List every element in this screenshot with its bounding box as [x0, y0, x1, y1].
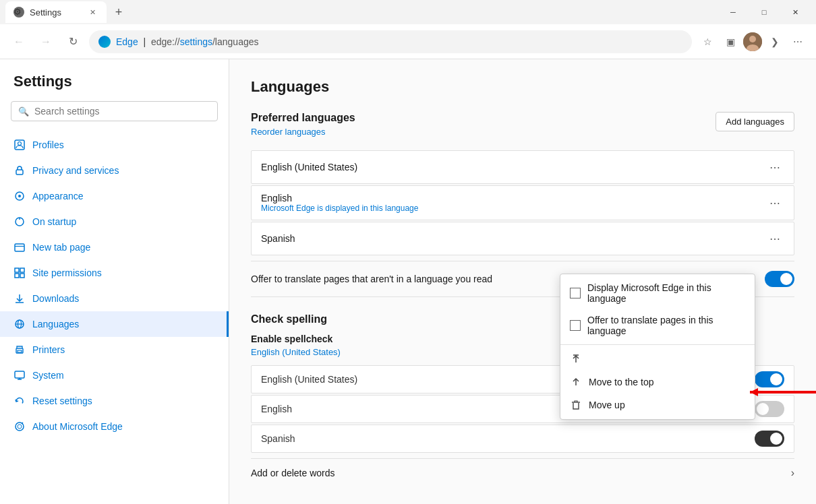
svg-point-26	[18, 424, 22, 429]
add-words-label: Add or delete words	[251, 468, 335, 478]
sidebar-item-printers[interactable]: Printers	[0, 337, 229, 363]
forward-button[interactable]: →	[35, 31, 57, 53]
language-item-en: English Microsoft Edge is displayed in t…	[251, 185, 794, 220]
settings-more-button[interactable]: ⋯	[788, 32, 808, 52]
page-title: Languages	[251, 78, 794, 96]
svg-rect-22	[15, 371, 24, 378]
printers-label: Printers	[32, 344, 65, 355]
printers-icon	[13, 344, 26, 356]
sidebar-item-reset[interactable]: Reset settings	[0, 388, 229, 414]
sidebar-item-profiles[interactable]: Profiles	[0, 132, 229, 158]
language-more-btn-es[interactable]: ⋯	[765, 229, 784, 248]
svg-rect-15	[20, 274, 24, 278]
close-button[interactable]: ✕	[780, 1, 811, 23]
content-area: Languages Preferred languages Reorder la…	[229, 59, 816, 504]
languages-icon	[13, 318, 26, 330]
spell-lang-es: Spanish	[261, 433, 295, 444]
offer-translate-text: Offer to translate pages that aren't in …	[251, 274, 492, 284]
svg-point-25	[16, 422, 24, 431]
svg-rect-5	[16, 170, 23, 175]
browser-essentials-button[interactable]: ❯	[765, 32, 785, 52]
svg-rect-13	[20, 268, 24, 272]
red-arrow-indicator	[743, 383, 816, 404]
ctx-checkbox-translate[interactable]	[570, 320, 581, 331]
startup-icon	[13, 216, 26, 228]
ctx-display-edge[interactable]: Display Microsoft Edge in this language	[560, 277, 755, 309]
spell-lang-en-us: English (United States)	[261, 374, 357, 385]
newtab-label: New tab page	[32, 242, 90, 253]
svg-rect-10	[15, 244, 24, 251]
lang-sub-en: Microsoft Edge is displayed in this lang…	[261, 203, 418, 213]
siteperm-icon	[13, 267, 26, 279]
tab-close-button[interactable]: ✕	[86, 6, 98, 18]
url-highlight: settings	[180, 36, 212, 47]
address-bar-actions: ☆ ▣ ❯ ⋯	[697, 32, 808, 52]
sidebar-item-system[interactable]: System	[0, 363, 229, 388]
preferred-languages-header: Preferred languages Reorder languages Ad…	[251, 112, 794, 145]
ctx-divider	[560, 344, 755, 345]
sidebar: Settings 🔍 Profiles Privacy and services…	[0, 59, 229, 504]
address-text: Edge | edge://settings/languages	[116, 36, 682, 47]
svg-rect-14	[15, 274, 19, 278]
svg-point-1	[749, 36, 756, 42]
ctx-display-label: Display Microsoft Edge in this language	[587, 282, 745, 304]
sidebar-item-about[interactable]: About Microsoft Edge	[0, 414, 229, 439]
sidebar-item-startup[interactable]: On startup	[0, 209, 229, 234]
lang-info-en: English Microsoft Edge is displayed in t…	[261, 193, 418, 213]
language-item-es: Spanish ⋯	[251, 222, 794, 255]
tab-title: Settings	[30, 7, 81, 18]
address-bar-input[interactable]: Edge | edge://settings/languages	[89, 30, 692, 53]
edge-logo-icon	[98, 36, 111, 48]
refresh-button[interactable]: ↻	[62, 31, 84, 53]
add-delete-words-row[interactable]: Add or delete words ›	[251, 458, 794, 487]
lang-name-es: Spanish	[261, 233, 295, 244]
ctx-remove-label: Move up	[589, 400, 625, 410]
svg-point-4	[18, 142, 22, 146]
ctx-offer-translate[interactable]: Offer to translate pages in this languag…	[560, 309, 755, 342]
search-settings-box[interactable]: 🔍	[11, 101, 218, 121]
startup-label: On startup	[32, 216, 76, 227]
preferred-languages-title: Preferred languages	[251, 112, 355, 124]
ctx-move-up[interactable]: Move to the top	[560, 371, 755, 393]
reset-label: Reset settings	[32, 396, 92, 406]
favorites-button[interactable]: ☆	[697, 32, 718, 52]
sidebar-item-languages[interactable]: Languages	[0, 311, 229, 337]
svg-marker-32	[750, 388, 758, 396]
minimize-button[interactable]: ─	[718, 1, 749, 23]
spell-toggle-es[interactable]	[755, 431, 784, 447]
context-menu: Display Microsoft Edge in this language …	[560, 274, 755, 420]
settings-tab[interactable]: ⚙ Settings ✕	[5, 1, 107, 23]
ctx-move-top[interactable]	[560, 348, 755, 371]
window-controls: ─ □ ✕	[718, 1, 811, 23]
profile-avatar[interactable]	[743, 32, 762, 51]
svg-point-7	[18, 195, 21, 197]
sidebar-item-appearance[interactable]: Appearance	[0, 183, 229, 209]
search-settings-input[interactable]	[34, 106, 210, 117]
ctx-checkbox-display[interactable]	[570, 288, 581, 298]
sidebar-item-siteperm[interactable]: Site permissions	[0, 260, 229, 286]
remove-icon	[570, 399, 582, 411]
language-more-btn-en[interactable]: ⋯	[765, 193, 784, 212]
sidebar-item-privacy[interactable]: Privacy and services	[0, 158, 229, 183]
about-label: About Microsoft Edge	[32, 421, 123, 432]
offer-translate-toggle[interactable]	[765, 271, 794, 287]
reorder-languages-subtitle[interactable]: Reorder languages	[251, 127, 355, 137]
main-layout: Settings 🔍 Profiles Privacy and services…	[0, 59, 816, 504]
system-label: System	[32, 370, 64, 381]
svg-rect-12	[15, 268, 19, 272]
back-button[interactable]: ←	[8, 31, 30, 53]
sidebar-item-downloads[interactable]: Downloads	[0, 286, 229, 311]
maximize-button[interactable]: □	[749, 1, 780, 23]
downloads-icon	[13, 292, 26, 305]
preferred-languages-title-group: Preferred languages Reorder languages	[251, 112, 355, 145]
collections-button[interactable]: ▣	[720, 32, 740, 52]
language-item-en-us: English (United States) ⋯	[251, 150, 794, 184]
language-more-btn-en-us[interactable]: ⋯	[765, 158, 784, 177]
sidebar-item-newtab[interactable]: New tab page	[0, 234, 229, 260]
ctx-remove[interactable]: Move up	[560, 393, 755, 416]
appearance-icon	[13, 190, 26, 202]
new-tab-button[interactable]: +	[109, 3, 128, 22]
add-words-chevron: ›	[791, 467, 794, 479]
add-languages-button[interactable]: Add languages	[716, 112, 794, 131]
appearance-label: Appearance	[32, 191, 84, 201]
